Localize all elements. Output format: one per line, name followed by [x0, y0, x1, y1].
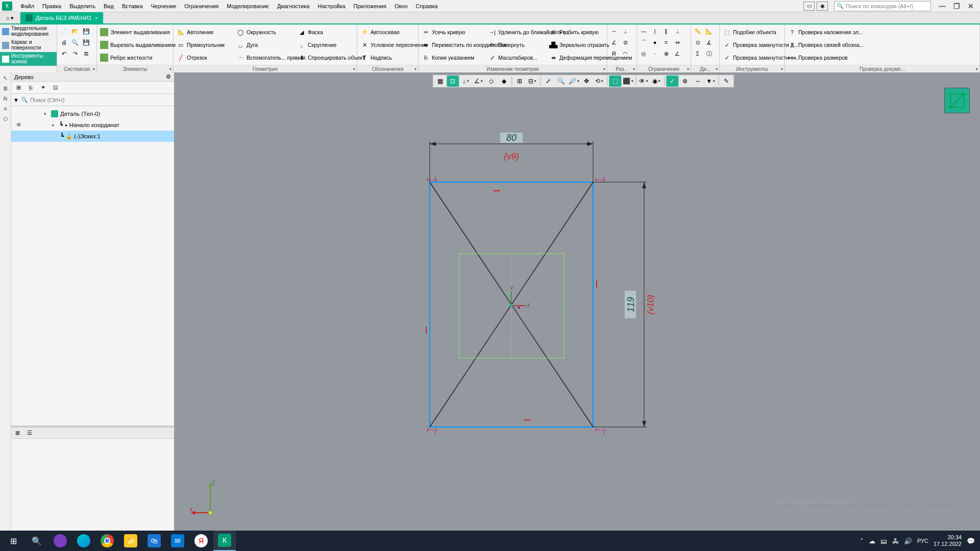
bottom-tab1[interactable]: ⊞ — [11, 428, 23, 438]
minimize-button[interactable]: — — [935, 1, 949, 11]
taskbar-app1[interactable] — [49, 531, 71, 551]
tree-search-input[interactable] — [30, 97, 172, 103]
vt-cursor[interactable]: ↖ — [1, 73, 10, 83]
tray-language[interactable]: РУС — [917, 538, 928, 544]
tree-tb1[interactable]: ⊞ — [13, 83, 23, 93]
c-tangent-button[interactable]: ⌒ — [638, 37, 649, 48]
save-as-button[interactable]: 💾 — [81, 37, 92, 48]
cond-cross-button[interactable]: ✕Условное пересечение — [358, 38, 417, 51]
mode-solid[interactable]: Твердотельное моделирование — [0, 24, 57, 38]
offset-button[interactable]: ⬚Подобие объекта — [721, 26, 783, 38]
split-button[interactable]: ⚟Разбить кривую — [547, 26, 608, 38]
deform-button[interactable]: ⇼Деформация перемещением — [547, 51, 608, 64]
dimension-vertical[interactable]: 119 {v10} — [593, 182, 655, 427]
tree-tb3[interactable]: ⚭ — [38, 83, 48, 93]
tree-sketch[interactable]: ┗ 🔒 (-)Эскиз:1 — [11, 131, 174, 142]
start-button[interactable]: ⊞ — [2, 531, 24, 551]
copy-button[interactable]: ⎘Копия указанием — [420, 51, 485, 64]
scale-button[interactable]: ⤢Масштабиров... — [486, 51, 546, 64]
d6-button[interactable]: ⓘ — [703, 48, 715, 59]
open-button[interactable]: 📂 — [69, 26, 81, 37]
move-coord-button[interactable]: ⬌Переместить по координатам — [420, 38, 485, 51]
check-overlap-button[interactable]: ?Проверка наложения эл... — [786, 26, 978, 38]
filter-icon[interactable]: ▼ — [13, 97, 19, 103]
new-doc-button[interactable]: 📄 — [58, 26, 69, 37]
close-button[interactable]: ✕ — [964, 1, 978, 11]
tree-tb4[interactable]: ⊡ — [50, 83, 60, 93]
redo-button[interactable]: ↷ — [69, 48, 81, 59]
check-closed1-button[interactable]: ✓Проверка замкнутости д... — [721, 38, 783, 51]
cut-extrude-button[interactable]: Вырезать выдавливанием — [98, 38, 172, 51]
dim3-button[interactable]: ∠ — [608, 37, 620, 48]
maximize-button[interactable]: ❐ — [949, 1, 964, 11]
taskbar-store[interactable]: 🛍 — [143, 531, 165, 551]
rib-button[interactable]: Ребро жесткости — [98, 51, 172, 64]
print-button[interactable]: 🖨 — [58, 37, 69, 48]
menu-справка[interactable]: Справка — [412, 2, 442, 10]
extrude-button[interactable]: Элемент выдавливания — [98, 26, 172, 38]
text-button[interactable]: TНадпись — [358, 51, 417, 64]
c-conc-button[interactable]: ◎ — [638, 48, 649, 59]
taskbar-mail[interactable]: ✉ — [166, 531, 189, 551]
menu-правка[interactable]: Правка — [38, 2, 65, 10]
tree-root[interactable]: ▾ Деталь (Тел-0) — [11, 108, 174, 119]
c-horiz-button[interactable]: — — [638, 26, 649, 37]
autoaxis-button[interactable]: ⚡Автоосевая — [358, 26, 417, 38]
rotate-button[interactable]: ⟳Повернуть — [486, 38, 546, 51]
tray-usb-icon[interactable]: 🖴 — [880, 537, 887, 545]
tree-tb2[interactable]: ⎘ — [26, 83, 36, 93]
extend-button[interactable]: →|Удлинить до ближайшего о... — [486, 26, 546, 38]
circle-button[interactable]: ◯Окружность — [234, 26, 295, 38]
tray-clock[interactable]: 20:3417.12.2022 — [934, 534, 962, 547]
vt-person[interactable]: ⚇ — [1, 114, 10, 123]
tray-notifications-icon[interactable]: 💬 — [967, 537, 975, 545]
taskbar-yandex[interactable]: Я — [190, 531, 212, 551]
aux-line-button[interactable]: ⋯Вспомогатель... прямая — [234, 51, 295, 64]
mirror-button[interactable]: ▟▙Зеркально отразить — [547, 38, 608, 51]
menu-выделить[interactable]: Выделить — [65, 2, 100, 10]
d5-button[interactable]: Σ — [692, 48, 703, 59]
tab-close-icon[interactable]: × — [95, 15, 98, 21]
properties-button[interactable]: ⧉ — [81, 48, 92, 59]
menu-вид[interactable]: Вид — [100, 2, 118, 10]
taskbar-edge[interactable] — [72, 531, 95, 551]
d1-button[interactable]: 📏 — [692, 26, 703, 37]
c-sym-button[interactable]: ⇔ — [672, 37, 683, 48]
menu-вставка[interactable]: Вставка — [118, 2, 147, 10]
rectangle-button[interactable]: ▭Прямоугольник — [175, 38, 233, 51]
home-tab[interactable]: ⌂ ▾ — [0, 12, 20, 23]
mode-surface[interactable]: Каркас и поверхности — [0, 38, 57, 52]
document-tab[interactable]: Деталь БЕЗ ИМЕНИ1 × — [20, 12, 103, 23]
menu-файл[interactable]: Файл — [16, 2, 38, 10]
undo-button[interactable]: ↶ — [58, 48, 69, 59]
menu-диагностика[interactable]: Диагностика — [273, 2, 314, 10]
preview-button[interactable]: 🔍 — [69, 37, 81, 48]
vt-layers[interactable]: ≣ — [1, 84, 10, 93]
model-tree[interactable]: ▾ Деталь (Тел-0) 👁 ▸ ┗ ● Начало координа… — [11, 106, 174, 425]
check-links-button[interactable]: ?Проверка связей обозна... — [786, 38, 978, 51]
c-coinc-button[interactable]: ● — [649, 37, 660, 48]
dim6-button[interactable]: ◠ — [620, 48, 631, 59]
menu-черчение[interactable]: Черчение — [147, 2, 181, 10]
menu-моделирование[interactable]: Моделирование — [223, 2, 273, 10]
tray-chevron-icon[interactable]: ˄ — [860, 537, 864, 545]
system-tray[interactable]: ˄ ☁ 🖴 🖧 🔊 РУС 20:3417.12.2022 💬 — [860, 534, 978, 547]
c-perp-button[interactable]: ⟂ — [672, 26, 683, 37]
mode-sketch[interactable]: Инструменты эскиза — [0, 52, 57, 66]
fillet-button[interactable]: ◟Скругление — [296, 38, 356, 51]
check-closed2-button[interactable]: ✓Проверка замкнутости о... — [721, 51, 783, 64]
c-angle-button[interactable]: ∠ — [672, 48, 683, 59]
taskbar-explorer[interactable]: 📁 — [119, 531, 142, 551]
viewport[interactable]: ▦ ⊡ ⟂▾ ∠▾ ◇ ◆ ⊞ ⊟▾ ⤢ 🔍 🔎▾ ✥ ⟲▾ ⬚ ⬛▾ 👁▾ ◉… — [175, 72, 980, 531]
bottom-tab2[interactable]: ☰ — [23, 428, 36, 438]
line-button[interactable]: ╱Отрезок — [175, 51, 233, 64]
titlebar-box1[interactable]: ▭ — [803, 2, 815, 11]
c-vert-button[interactable]: | — [649, 26, 660, 37]
visibility-icon[interactable]: 👁 — [13, 121, 24, 129]
vt-fx[interactable]: fx — [1, 94, 10, 103]
project-button[interactable]: ⬇Спроецировать объект — [296, 51, 356, 64]
autoline-button[interactable]: 📐Автолиния — [175, 26, 233, 38]
tray-volume-icon[interactable]: 🔊 — [904, 537, 912, 545]
chamfer-button[interactable]: ◢Фаска — [296, 26, 356, 38]
dimension-horizontal[interactable]: 80 {v9} — [430, 133, 593, 182]
